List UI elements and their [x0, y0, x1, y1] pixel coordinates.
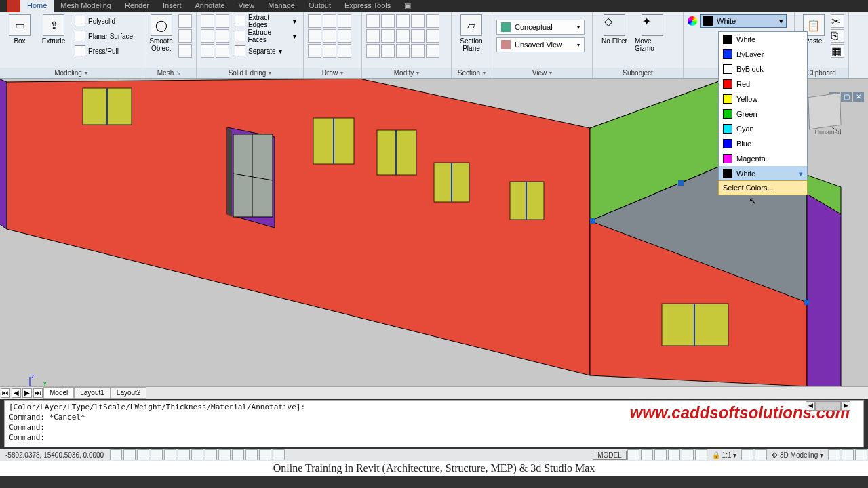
draw-1[interactable] — [308, 14, 321, 28]
select-colors-option[interactable]: Select Colors... — [718, 180, 808, 195]
st-10[interactable] — [842, 449, 854, 460]
st-11[interactable] — [855, 449, 867, 460]
smooth-object-button[interactable]: ◯Smooth Object — [146, 14, 176, 68]
close-icon[interactable]: ✕ — [853, 92, 864, 102]
press-pull-button[interactable]: Press/Pull — [72, 44, 136, 58]
lwt-toggle[interactable] — [232, 449, 244, 460]
mod-2[interactable] — [381, 14, 395, 28]
tab-mesh-modeling[interactable]: Mesh Modeling — [54, 0, 118, 12]
mesh-tool-2[interactable] — [178, 29, 192, 43]
layout-tab-model[interactable]: Model — [43, 387, 74, 399]
mod-7[interactable] — [381, 29, 395, 43]
tab-home[interactable]: Home — [20, 0, 54, 12]
section-plane-button[interactable]: ▱Section Plane — [456, 14, 487, 68]
polar-toggle[interactable] — [151, 449, 163, 460]
color-opt-yellow[interactable]: Yellow — [719, 92, 807, 106]
mod-4[interactable] — [411, 14, 425, 28]
tab-express[interactable]: Express Tools — [338, 0, 397, 12]
se-1[interactable] — [201, 14, 214, 28]
tab-render[interactable]: Render — [118, 0, 156, 12]
draw-6[interactable] — [338, 29, 351, 43]
box-button[interactable]: ▭Box — [4, 14, 35, 68]
st-1[interactable] — [627, 449, 639, 460]
mesh-tool-3[interactable] — [178, 44, 192, 58]
osnap-toggle[interactable] — [164, 449, 176, 460]
visual-style-dropdown[interactable]: Conceptual▾ — [496, 20, 585, 35]
st-2[interactable] — [641, 449, 653, 460]
draw-4[interactable] — [308, 29, 321, 43]
tpy-toggle[interactable] — [245, 449, 258, 460]
extrude-faces-button[interactable]: Extrude Faces ▾ — [232, 29, 299, 43]
sc-toggle[interactable] — [273, 449, 285, 460]
command-window[interactable]: [Color/LAyer/LType/ltScale/LWeight/Thick… — [4, 400, 864, 447]
draw-5[interactable] — [323, 29, 336, 43]
tab-output[interactable]: Output — [302, 0, 338, 12]
mod-8[interactable] — [396, 29, 410, 43]
workspace-switch[interactable]: ⚙ 3D Modeling ▾ — [768, 451, 827, 459]
se-5[interactable] — [201, 44, 214, 58]
draw-8[interactable] — [323, 44, 336, 58]
color-opt-byblock[interactable]: ByBlock — [719, 62, 807, 77]
ortho-toggle[interactable] — [137, 449, 149, 460]
qp-toggle[interactable] — [259, 449, 271, 460]
se-4[interactable] — [216, 29, 229, 43]
mesh-tool-1[interactable] — [178, 14, 192, 28]
mod-6[interactable] — [366, 29, 380, 43]
snap-toggle[interactable] — [110, 449, 122, 460]
3dosnap-toggle[interactable] — [178, 449, 190, 460]
mod-10[interactable] — [426, 29, 439, 43]
tab-more-icon[interactable]: ▣ — [397, 0, 418, 12]
cmd-scrollbar[interactable]: ◀▶ — [806, 401, 850, 411]
tab-insert[interactable]: Insert — [156, 0, 189, 12]
mod-14[interactable] — [411, 44, 425, 58]
tab-annotate[interactable]: Annotate — [189, 0, 232, 12]
layout-first-icon[interactable]: ⏮ — [1, 388, 10, 398]
app-icon[interactable] — [7, 0, 20, 12]
otrack-toggle[interactable] — [191, 449, 203, 460]
ducs-toggle[interactable] — [205, 449, 217, 460]
color-opt-blue[interactable]: Blue — [719, 136, 807, 151]
st-5[interactable] — [682, 449, 694, 460]
layout-next-icon[interactable]: ▶ — [22, 388, 32, 398]
color-opt-red[interactable]: Red — [719, 77, 807, 92]
color-opt-white-top[interactable]: White — [719, 32, 807, 47]
viewcube-cube-icon[interactable] — [808, 93, 841, 130]
planar-surface-button[interactable]: Planar Surface — [72, 29, 136, 43]
saved-view-dropdown[interactable]: Unsaved View▾ — [496, 37, 585, 52]
color-opt-green[interactable]: Green — [719, 106, 807, 121]
viewcube[interactable]: Unnamed — [808, 95, 848, 134]
extract-edges-button[interactable]: Extract Edges ▾ — [232, 14, 299, 28]
annotation-scale[interactable]: 🔒 1:1 ▾ — [708, 451, 741, 459]
tab-view[interactable]: View — [232, 0, 262, 12]
draw-2[interactable] — [323, 14, 336, 28]
cut-button[interactable]: ✂ — [831, 14, 844, 28]
mod-11[interactable] — [366, 44, 380, 58]
color-opt-bylayer[interactable]: ByLayer — [719, 47, 807, 62]
mod-9[interactable] — [411, 29, 425, 43]
mod-1[interactable] — [366, 14, 380, 28]
polysolid-button[interactable]: Polysolid — [72, 14, 136, 28]
st-7[interactable] — [741, 449, 753, 460]
layout-prev-icon[interactable]: ◀ — [12, 388, 21, 398]
model-space-button[interactable]: MODEL — [593, 451, 627, 460]
draw-3[interactable] — [338, 14, 351, 28]
se-3[interactable] — [201, 29, 214, 43]
se-6[interactable] — [216, 44, 229, 58]
layout-last-icon[interactable]: ⏭ — [33, 388, 43, 398]
color-opt-cyan[interactable]: Cyan — [719, 121, 807, 136]
grid-toggle[interactable] — [123, 449, 136, 460]
draw-9[interactable] — [338, 44, 351, 58]
st-9[interactable] — [828, 449, 840, 460]
color-opt-magenta[interactable]: Magenta — [719, 151, 807, 166]
layout-tab-2[interactable]: Layout2 — [111, 387, 147, 399]
mod-13[interactable] — [396, 44, 410, 58]
se-2[interactable] — [216, 14, 229, 28]
draw-7[interactable] — [308, 44, 321, 58]
st-6[interactable] — [695, 449, 707, 460]
separate-button[interactable]: Separate ▾ — [232, 44, 299, 58]
mod-5[interactable] — [426, 14, 439, 28]
mod-3[interactable] — [396, 14, 410, 28]
match-button[interactable]: ▦ — [831, 44, 844, 58]
st-3[interactable] — [654, 449, 667, 460]
color-opt-white[interactable]: White▾ — [719, 166, 807, 181]
